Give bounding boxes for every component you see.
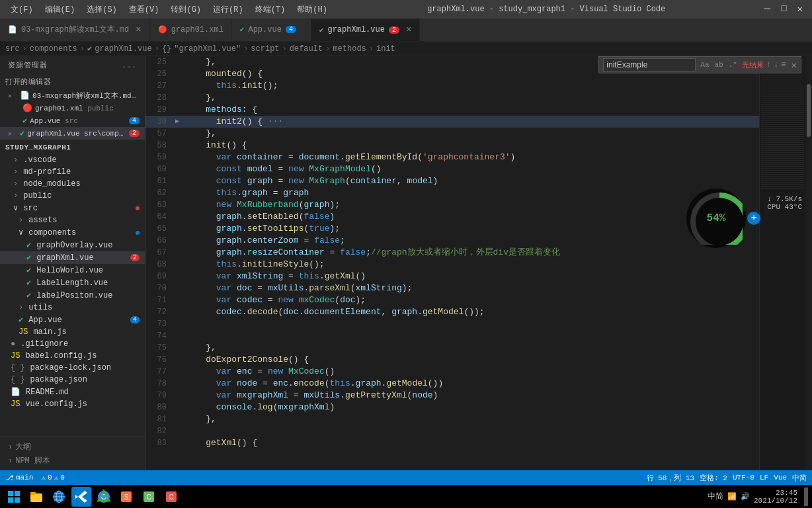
spaces-label[interactable]: 空格: 2 xyxy=(700,473,727,483)
start-button[interactable] xyxy=(4,487,24,507)
branch-label: main xyxy=(16,474,33,482)
code-line-62: 62 this.graph = graph xyxy=(145,187,759,199)
tree-packagelock[interactable]: { }package-lock.json xyxy=(0,362,145,374)
tree-mainjs[interactable]: JSmain.js xyxy=(0,326,145,338)
taskbar-app6[interactable]: C xyxy=(139,487,159,507)
line-num-28: 28 xyxy=(145,92,172,104)
sidebar-more[interactable]: ... xyxy=(122,62,137,69)
tree-nodemodules[interactable]: ›node_modules xyxy=(0,178,145,190)
maximize-button[interactable]: □ xyxy=(777,3,790,15)
search-expand-button[interactable]: ≡ xyxy=(781,60,786,69)
crumb-default[interactable]: default xyxy=(290,44,323,54)
search-no-result: 无结果 xyxy=(742,60,764,70)
crumb-graphxml[interactable]: graphXml.vue xyxy=(95,44,151,54)
tree-labelposition[interactable]: ✔labelPositon.vue xyxy=(0,289,145,302)
close-icon-graphxml[interactable]: ✕ xyxy=(8,130,12,138)
line-num-65: 65 xyxy=(145,223,172,235)
menu-edit[interactable]: 编辑(E) xyxy=(40,3,81,17)
tab-close-md[interactable]: × xyxy=(136,24,141,35)
whole-word-button[interactable]: ab xyxy=(713,60,725,69)
crumb-components[interactable]: components xyxy=(30,44,77,54)
tree-helloworld[interactable]: ✔HelloWorld.vue xyxy=(0,264,145,276)
menu-view[interactable]: 查看(V) xyxy=(124,3,165,17)
taskbar-explorer[interactable] xyxy=(26,487,46,507)
search-options: Aa ab .* xyxy=(698,60,739,69)
footer-npm[interactable]: › NPM 脚本 xyxy=(5,454,140,468)
crumb-init[interactable]: init xyxy=(376,44,395,54)
scrollbar-thumb[interactable] xyxy=(807,84,811,137)
tree-labellength-label: LabelLength.vue xyxy=(36,278,108,288)
code-line-68: 68 this.initLineStyle(); xyxy=(145,259,759,271)
search-next-button[interactable]: ↓ xyxy=(774,60,778,69)
tab-xml[interactable]: 🔴 graph01.xml xyxy=(150,19,232,41)
close-icon-md[interactable]: ✕ xyxy=(8,92,12,100)
search-close-button[interactable]: ✕ xyxy=(792,60,797,71)
opened-file-md-label: 03-mxgraph解读xml文本.md... xyxy=(32,91,140,101)
tree-labelposition-label: labelPositon.vue xyxy=(36,291,112,300)
tree-vscode[interactable]: ›.vscode xyxy=(0,154,145,166)
close-button[interactable]: ✕ xyxy=(793,3,807,15)
tree-labellength[interactable]: ✔LabelLength.vue xyxy=(0,276,145,289)
crumb-filename[interactable]: "graphXml.vue" xyxy=(174,44,241,54)
tree-graphxml-file[interactable]: ✔graphXml.vue2 xyxy=(0,251,145,264)
tree-assets[interactable]: ›assets xyxy=(0,214,145,226)
lang-select[interactable]: 中简 xyxy=(792,473,807,483)
menu-help[interactable]: 帮助(H) xyxy=(292,3,333,17)
search-input[interactable] xyxy=(603,58,696,71)
status-branch[interactable]: ⎇ main xyxy=(5,474,33,482)
vertical-scrollbar[interactable] xyxy=(805,56,812,470)
line-content-81: }, xyxy=(183,413,759,425)
footer-outline[interactable]: › 大纲 xyxy=(5,440,140,454)
menu-goto[interactable]: 转到(G) xyxy=(165,3,206,17)
opened-file-md[interactable]: ✕ 📄 03-mxgraph解读xml文本.md... xyxy=(0,89,145,102)
tab-md[interactable]: 📄 03-mxgraph解读xml文本.md × xyxy=(0,19,150,41)
menu-terminal[interactable]: 终端(T) xyxy=(250,3,291,17)
tree-utils[interactable]: ›utils xyxy=(0,302,145,314)
tree-src[interactable]: ∨src xyxy=(0,202,145,214)
taskbar-clock[interactable]: 23:45 xyxy=(754,489,797,497)
tree-public[interactable]: ›public xyxy=(0,190,145,202)
tree-mdprofile[interactable]: ›md-profile xyxy=(0,166,145,178)
tree-babelconfig[interactable]: JSbabel.config.js xyxy=(0,350,145,362)
line-content-71: var codec = new mxCodec(doc); xyxy=(183,294,759,306)
tree-vueconfig[interactable]: JSvue.config.js xyxy=(0,398,145,410)
taskbar-browser[interactable] xyxy=(49,487,69,507)
taskbar-date[interactable]: 2021/10/12 xyxy=(754,497,797,505)
tree-graphoverlay[interactable]: ✔graphOverlay.vue xyxy=(0,239,145,251)
minimize-button[interactable]: ─ xyxy=(760,3,775,15)
tree-appvue[interactable]: ✔App.vue4 xyxy=(0,314,145,326)
tab-appvue[interactable]: ✔ App.vue 4 xyxy=(232,19,311,41)
crumb-script[interactable]: script xyxy=(251,44,279,54)
tree-components[interactable]: ∨components xyxy=(0,226,145,239)
taskbar-left: S C C xyxy=(4,487,181,507)
line-arrow-30[interactable]: ▶ xyxy=(172,116,183,128)
project-root[interactable]: STUDY_MXGRAPH1 xyxy=(0,141,145,154)
crumb-src[interactable]: src xyxy=(5,44,20,54)
taskbar-show-desktop[interactable] xyxy=(804,487,808,506)
status-errors[interactable]: ⚠ 0 ⚠ 0 xyxy=(41,474,64,482)
tree-packagejson[interactable]: { }package.json xyxy=(0,374,145,386)
taskbar-vscode[interactable] xyxy=(71,487,91,507)
menu-select[interactable]: 选择(S) xyxy=(81,3,122,17)
code-editor[interactable]: 25 }, 26 mounted() { 27 this.init(); xyxy=(145,56,759,470)
opened-file-xml[interactable]: 🔴 graph01.xml public xyxy=(0,102,145,114)
cpu-add-button[interactable]: + xyxy=(747,212,760,225)
menu-run[interactable]: 运行(R) xyxy=(208,3,249,17)
opened-file-app[interactable]: ✔ App.vue src 4 xyxy=(0,114,145,127)
crumb-methods[interactable]: methods xyxy=(333,44,366,54)
tree-gitignore[interactable]: ●.gitignore xyxy=(0,338,145,350)
taskbar-app7[interactable]: C xyxy=(161,487,181,507)
tree-readme[interactable]: 📄README.md xyxy=(0,386,145,398)
tree-vueconfig-label: vue.config.js xyxy=(25,400,87,409)
case-sensitive-button[interactable]: Aa xyxy=(698,60,711,69)
search-prev-button[interactable]: ↑ xyxy=(766,60,771,69)
tab-close-graphxml[interactable]: × xyxy=(406,24,411,35)
taskbar-app5[interactable]: S xyxy=(116,487,136,507)
cursor-position[interactable]: 行 58，列 13 xyxy=(647,473,695,483)
opened-file-graphxml[interactable]: ✕ ✔ graphXml.vue src\compo... 2 xyxy=(0,127,145,140)
line-num-69: 69 xyxy=(145,271,172,282)
taskbar-chrome[interactable] xyxy=(94,487,114,507)
tab-graphxml[interactable]: ✔ graphXml.vue 2 × xyxy=(311,19,420,41)
regex-button[interactable]: .* xyxy=(727,60,739,69)
menu-file[interactable]: 文(F) xyxy=(5,3,38,17)
